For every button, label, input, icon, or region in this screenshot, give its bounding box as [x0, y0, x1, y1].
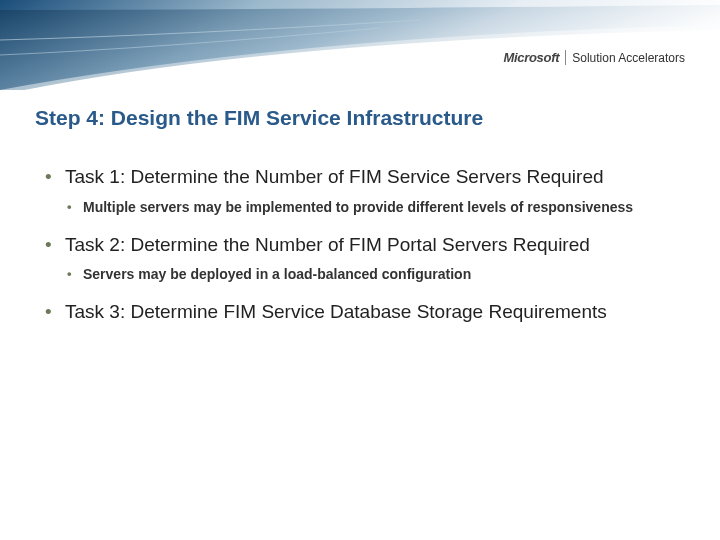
corner-swoosh — [0, 0, 720, 90]
microsoft-logo: Microsoft — [503, 50, 559, 65]
bullet-text: Task 2: Determine the Number of FIM Port… — [65, 234, 590, 255]
sub-bullet: Servers may be deployed in a load-balanc… — [65, 265, 680, 284]
bullet-task-3: Task 3: Determine FIM Service Database S… — [45, 300, 680, 325]
brand-divider — [565, 50, 566, 65]
bullet-task-1: Task 1: Determine the Number of FIM Serv… — [45, 165, 680, 217]
sub-bullet: Multiple servers may be implemented to p… — [65, 198, 680, 217]
bullet-task-2: Task 2: Determine the Number of FIM Port… — [45, 233, 680, 285]
bullet-text: Task 3: Determine FIM Service Database S… — [65, 301, 607, 322]
product-name: Solution Accelerators — [572, 51, 685, 65]
bullet-text: Task 1: Determine the Number of FIM Serv… — [65, 166, 604, 187]
brand-bar: Microsoft Solution Accelerators — [503, 50, 685, 65]
content-area: Task 1: Determine the Number of FIM Serv… — [45, 165, 680, 341]
slide-title: Step 4: Design the FIM Service Infrastru… — [35, 106, 690, 130]
